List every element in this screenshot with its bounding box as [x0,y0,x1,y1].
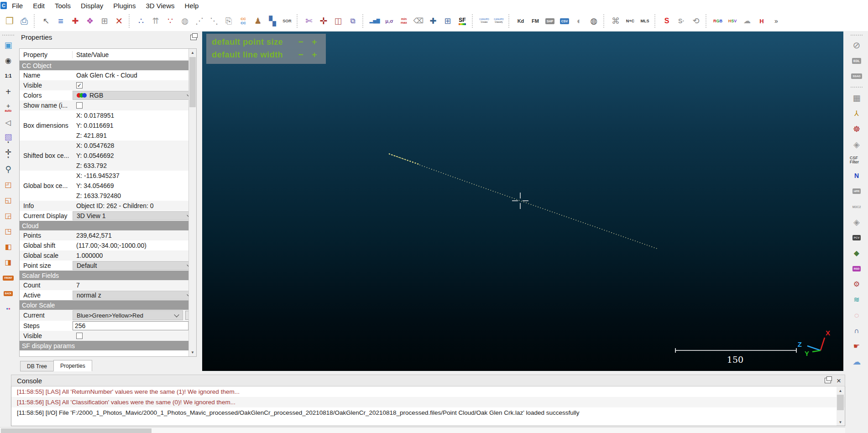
plugins-puzzle-icon[interactable]: ⌘ [609,13,622,29]
spline-gray-icon[interactable]: S· [675,13,688,29]
sf-colorbar-icon[interactable]: SF [455,13,469,29]
csf-filter-label[interactable]: CSF Filter [850,153,863,167]
toolbar-drag-handle[interactable] [851,35,863,36]
console-hscrollbar[interactable] [0,427,845,433]
menu-item-plugins[interactable]: Plugins [108,1,141,10]
view-back-icon[interactable]: ◳ [1,224,15,238]
rgb-clouds-icon[interactable]: RGB [711,13,725,29]
sf-minmax-icon[interactable]: minmax [397,13,411,29]
facets-icon[interactable]: ◆ [850,246,863,260]
dropdown[interactable]: 3D View 1 [73,211,196,220]
hpr-icon[interactable]: HPR [850,184,863,198]
compute-normals-icon[interactable]: ⋰ [193,13,206,29]
menu-item-display[interactable]: Display [76,1,108,10]
save-icon[interactable]: ⎙ [17,13,31,29]
scissors-segment-icon[interactable]: ✄ [302,13,316,29]
checkbox[interactable] [76,102,83,109]
pcv-icon[interactable]: PCV [850,231,863,245]
pick-center-icon[interactable]: + [1,85,15,99]
decrease-icon[interactable]: − [294,37,308,47]
float-console-icon[interactable] [825,378,831,383]
rasterize-layers-icon[interactable]: ≋ [850,293,863,307]
tab-db-tree[interactable]: DB Tree [20,361,54,371]
clipping-box-icon[interactable]: ◫ [331,13,345,29]
dropdown[interactable]: Blue>Green>Yellow>Red [73,310,183,320]
dashed-ellipse-icon[interactable]: ◌ [850,308,863,322]
dropdown[interactable]: normal z [73,291,196,300]
cross-section-icon[interactable]: ⧉ [346,13,360,29]
toolbar-overflow-chevron-icon[interactable]: » [769,13,783,29]
interaction-mode-icon[interactable]: ✛▾ [1,147,15,161]
unroll-cylinder-icon[interactable]: ⟲ [689,13,703,29]
edl-shader-icon[interactable]: EDL [850,54,863,68]
magnet-icon[interactable]: ∩ [850,324,863,338]
kd-tree-icon[interactable]: Kd [514,13,528,29]
view-left-icon[interactable]: ◧ [1,240,15,254]
n-c-icon[interactable]: N+C [623,13,637,29]
menu-item-3d-views[interactable]: 3D Views [141,1,179,10]
perspective-cube-icon[interactable]: ▧▾ [1,131,15,145]
fm-icon[interactable]: FM [528,13,542,29]
normals-n-icon[interactable]: N [850,169,863,183]
point-picking-icon[interactable]: ✚ [68,13,82,29]
menu-item-help[interactable]: Help [180,1,204,10]
open-file-icon[interactable]: ❐ [3,13,16,29]
ssao-shader-icon[interactable]: SSAO [850,69,863,83]
broom-icon[interactable]: ⅄ [850,107,863,120]
cloud-convert-icon[interactable]: ☁ [740,13,754,29]
sf-calculator-icon[interactable]: ⊞ [441,13,455,29]
scroll-up-icon[interactable]: ▲ [837,387,844,394]
mls-icon[interactable]: MLS [638,13,652,29]
gaussian-filter-icon[interactable]: μ,σ [382,13,396,29]
toolbar-drag-handle[interactable] [2,35,14,36]
view-top-icon[interactable]: ◰ [1,178,15,192]
rain-cloud-icon[interactable]: ☁ [850,355,863,369]
fine-registration-icon[interactable]: ∴ [134,13,148,29]
canupo-classify-icon[interactable]: CANUPOClassify [492,13,506,29]
geometric-features-icon[interactable]: ⚙ [850,277,863,291]
view-bottom-icon[interactable]: ◱ [1,193,15,207]
m3c2-icon[interactable]: M3C2 [850,200,863,214]
align-icon[interactable]: ⇈ [149,13,162,29]
dropdown[interactable]: RGB [73,91,196,100]
checkbox[interactable]: ✓ [76,82,83,89]
viewport-3d[interactable]: 150 X Z Y default point size−+default li… [202,31,843,371]
checkerboard-icon[interactable]: ▚ [266,13,279,29]
hand-segment-icon[interactable]: ☛ [850,339,863,353]
checkbox[interactable] [76,333,83,339]
csv-file-icon[interactable]: CSV [558,13,571,29]
zoom-1-1-icon[interactable]: 1:1 [1,69,15,83]
spline-red-icon[interactable]: S [660,13,674,29]
float-panel-icon[interactable] [190,35,197,40]
compass-icon[interactable]: ☸ [850,122,863,136]
shield-icon[interactable]: ◈ [850,138,863,151]
view-iso-front-icon[interactable]: FRONT [1,271,15,285]
scroll-up-icon[interactable]: ▲ [189,49,196,57]
display-settings-icon[interactable]: ▣ [1,38,15,52]
rotate-view-icon[interactable]: ◁ [1,116,15,130]
sensor-icon[interactable]: ⎘ [222,13,235,29]
subsample-icon[interactable]: ∵ [163,13,177,29]
zoom-magnifier-icon[interactable]: ⚲ [1,162,15,176]
clone-icon[interactable]: ❖ [83,13,97,29]
menu-item-edit[interactable]: Edit [28,1,50,10]
shp-file-icon[interactable]: SHP [543,13,557,29]
translate-rotate-icon[interactable]: ✛ [317,13,330,29]
scrollbar-thumb[interactable] [1,428,152,433]
scroll-down-icon[interactable]: ▼ [837,418,844,426]
globe-icon[interactable]: ◍ [587,13,601,29]
menu-item-tools[interactable]: Tools [50,1,76,10]
dropdown[interactable]: Default [73,261,196,270]
increase-icon[interactable]: + [308,50,321,60]
stereo-glasses-icon[interactable]: ●● [1,302,15,316]
properties-scrollbar[interactable]: ▲ ▼ [188,49,196,356]
octree-icon[interactable]: ⋱ [207,13,221,29]
toggle-properties-icon[interactable]: ≡ [54,13,68,29]
pick-rotation-center-icon[interactable]: ↖ [39,13,53,29]
view-iso-back-icon[interactable]: BACK [1,287,15,300]
increase-icon[interactable]: + [308,37,321,47]
menu-item-file[interactable]: File [7,1,28,10]
no-filter-icon[interactable]: ⊘ [850,38,863,52]
sf-delete-icon[interactable]: ⌫ [412,13,425,29]
animation-icon[interactable]: ▦ [850,91,863,105]
